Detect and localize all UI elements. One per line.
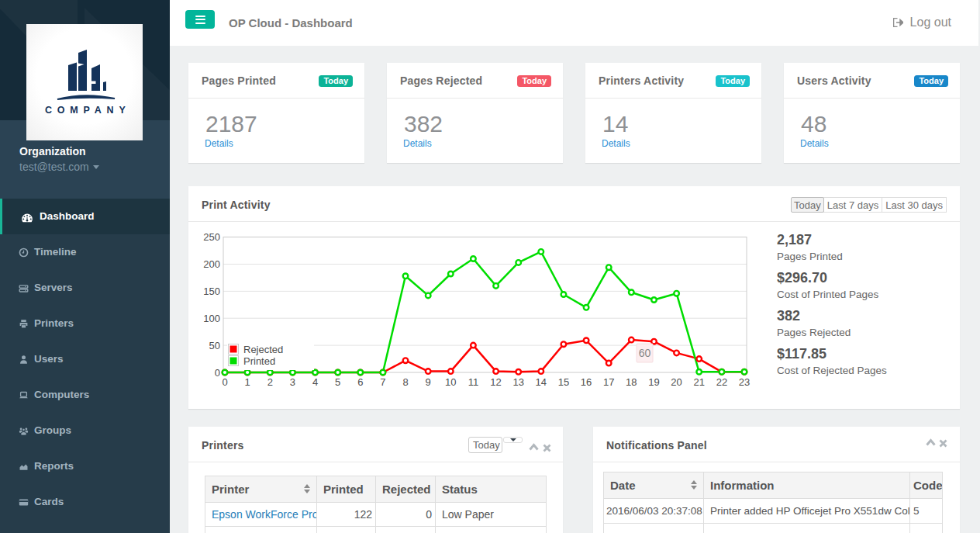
svg-text:15: 15 xyxy=(558,376,569,388)
svg-text:0: 0 xyxy=(222,376,227,388)
svg-text:8: 8 xyxy=(402,376,408,388)
svg-text:1: 1 xyxy=(244,376,250,388)
svg-text:Rejected: Rejected xyxy=(243,344,283,355)
svg-text:19: 19 xyxy=(648,376,659,388)
svg-text:5: 5 xyxy=(335,376,340,388)
svg-text:16: 16 xyxy=(581,376,592,388)
svg-text:7: 7 xyxy=(380,376,385,388)
svg-text:150: 150 xyxy=(203,286,220,297)
svg-text:10: 10 xyxy=(445,376,456,388)
svg-text:12: 12 xyxy=(490,376,501,388)
svg-text:250: 250 xyxy=(203,231,220,243)
svg-text:20: 20 xyxy=(671,376,682,388)
svg-text:50: 50 xyxy=(209,340,220,351)
svg-text:22: 22 xyxy=(716,376,727,388)
svg-text:2: 2 xyxy=(267,376,273,388)
svg-text:0: 0 xyxy=(215,367,220,379)
svg-text:11: 11 xyxy=(468,376,479,388)
svg-text:3: 3 xyxy=(290,376,295,388)
svg-text:14: 14 xyxy=(536,376,547,388)
svg-text:13: 13 xyxy=(512,376,523,388)
svg-text:18: 18 xyxy=(626,376,637,388)
svg-text:Printed: Printed xyxy=(243,355,275,367)
svg-text:6: 6 xyxy=(357,376,363,388)
svg-text:60: 60 xyxy=(639,347,651,359)
svg-text:23: 23 xyxy=(739,376,750,388)
svg-text:COMPANY: COMPANY xyxy=(45,105,131,116)
svg-text:9: 9 xyxy=(426,376,431,388)
svg-text:21: 21 xyxy=(693,376,704,388)
svg-text:200: 200 xyxy=(203,258,220,270)
svg-text:100: 100 xyxy=(203,313,220,324)
svg-text:4: 4 xyxy=(312,376,318,388)
svg-text:17: 17 xyxy=(603,376,614,388)
